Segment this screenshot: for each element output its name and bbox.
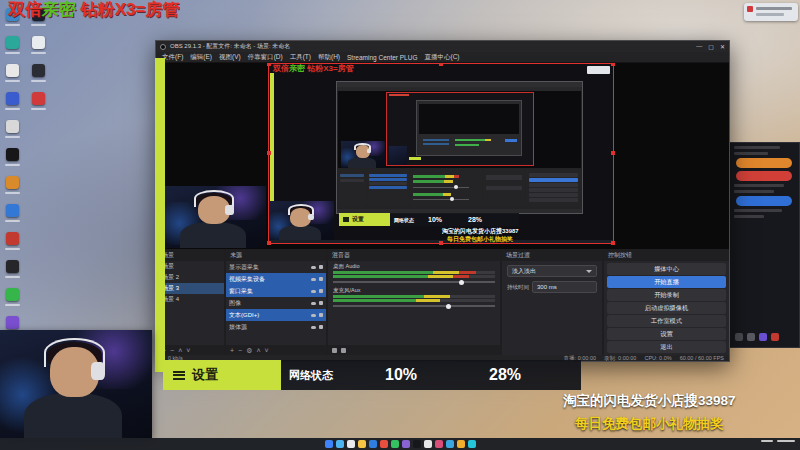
panel-tool-icon[interactable] [735,333,743,341]
lock-icon[interactable] [319,325,323,329]
taskbar-tray[interactable] [761,440,795,442]
scene-item[interactable]: 场景 [158,261,224,272]
desktop-icon[interactable] [6,148,19,161]
selection-handle[interactable] [611,63,615,66]
volume-slider[interactable] [333,281,495,283]
taskbar-app-icon[interactable] [435,440,443,448]
close-icon[interactable]: ✕ [720,43,725,50]
slider-knob[interactable] [446,304,451,309]
visibility-icon[interactable] [311,302,316,305]
visibility-icon[interactable] [311,326,316,329]
mixer-settings-icon[interactable] [341,348,346,353]
menu-file[interactable]: 文件(F) [162,53,183,62]
lock-icon[interactable] [319,313,323,317]
maximize-icon[interactable]: ▢ [708,43,714,50]
source-item[interactable]: 图像 [226,297,326,309]
lock-icon[interactable] [319,265,323,269]
menu-edit[interactable]: 编辑(E) [190,53,212,62]
taskbar-app-icon[interactable] [369,440,377,448]
selection-handle[interactable] [439,63,443,66]
source-item-selected[interactable]: 视频采集设备 [226,273,326,285]
start-streaming-button[interactable]: 开始直播 [607,276,726,288]
taskbar-app-icon[interactable] [347,440,355,448]
webcam-window[interactable] [0,330,152,438]
taskbar-app-icon[interactable] [446,440,454,448]
menu-help[interactable]: 帮助(H) [318,53,340,62]
scene-down-icon[interactable]: ˅ [186,347,190,354]
mini-popup-window[interactable] [744,3,798,21]
scene-up-icon[interactable]: ˄ [178,347,182,354]
source-properties-icon[interactable]: ⚙ [246,347,252,355]
menu-live-center[interactable]: 直播中心(C) [424,53,459,62]
remove-source-icon[interactable]: − [238,347,242,354]
source-item[interactable]: 媒体源 [226,321,326,333]
taskbar-app-icon[interactable] [391,440,399,448]
panel-tool-icon[interactable] [771,333,779,341]
virtual-camera-button[interactable]: 启动虚拟摄像机 [607,302,726,314]
desktop-icon[interactable] [6,316,19,329]
lock-icon[interactable] [319,277,323,281]
red-action-button[interactable] [736,171,792,181]
screen-capture-source[interactable]: 双倍亲密 钻粉X3=房管 [269,64,613,243]
desktop-icon[interactable] [6,204,19,217]
desktop-icon[interactable] [6,288,19,301]
source-item-selected[interactable]: 文本(GDI+) [226,309,326,321]
selection-handle[interactable] [267,241,271,245]
desktop-icon[interactable] [32,36,45,49]
scene-item[interactable]: 场景 2 [158,272,224,283]
menu-tools[interactable]: 工具(T) [290,53,311,62]
desktop-icon[interactable] [6,260,19,273]
start-button-icon[interactable] [325,440,333,448]
desktop-icon[interactable] [32,64,45,77]
obs-preview-canvas[interactable]: 双倍亲密 钻粉X3=房管 [156,63,729,249]
exit-button[interactable]: 退出 [607,341,726,353]
menu-streaming-center[interactable]: Streaming Center PLUG [347,54,417,61]
transition-select[interactable]: 淡入淡出 [507,265,597,277]
minimize-icon[interactable]: — [696,43,702,50]
taskbar-app-icon[interactable] [380,440,388,448]
source-up-icon[interactable]: ˄ [256,347,260,354]
visibility-icon[interactable] [311,290,316,293]
taskbar-app-icon[interactable] [413,440,421,448]
menu-docks[interactable]: 停靠窗口(D) [248,53,283,62]
lock-icon[interactable] [319,289,323,293]
blue-action-button[interactable] [736,196,792,206]
settings-button[interactable]: 设置 [607,328,726,340]
taskbar-app-icon[interactable] [336,440,344,448]
desktop-icon[interactable] [6,176,19,189]
desktop-icon[interactable] [6,92,19,105]
speaker-icon[interactable] [332,348,337,353]
scene-item[interactable]: 场景 4 [158,294,224,305]
panel-tool-icon[interactable] [747,333,755,341]
menu-view[interactable]: 视图(V) [219,53,241,62]
taskbar-app-icon[interactable] [457,440,465,448]
remove-scene-icon[interactable]: − [170,347,174,354]
hamburger-menu-icon[interactable] [173,371,185,380]
desktop-icon[interactable] [6,64,19,77]
slider-knob[interactable] [459,280,464,285]
scene-item-selected[interactable]: 场景 3 [158,283,224,294]
taskbar-app-icon[interactable] [402,440,410,448]
lock-icon[interactable] [319,301,323,305]
obs-titlebar[interactable]: OBS 29.1.3 - 配置文件: 未命名 - 场景: 未命名 — ▢ ✕ [156,41,729,52]
desktop-icon[interactable] [6,232,19,245]
selection-handle[interactable] [267,151,271,155]
selection-handle[interactable] [267,63,271,66]
visibility-icon[interactable] [311,278,316,281]
selection-handle[interactable] [611,151,615,155]
taskbar-app-icon[interactable] [468,440,476,448]
selection-handle[interactable] [439,241,443,245]
visibility-icon[interactable] [311,266,316,269]
panel-tool-icon[interactable] [759,333,767,341]
volume-slider[interactable] [333,305,495,307]
desktop-icon[interactable] [6,120,19,133]
add-source-icon[interactable]: + [230,347,234,354]
overlay-settings-strip[interactable]: 设置 [163,360,281,390]
webcam-source[interactable] [164,186,266,248]
orange-action-button[interactable] [736,158,792,168]
start-recording-button[interactable]: 开始录制 [607,289,726,301]
source-item-selected[interactable]: 窗口采集 [226,285,326,297]
duration-input[interactable]: 300 ms [532,281,597,293]
source-down-icon[interactable]: ˅ [265,347,269,354]
studio-mode-button[interactable]: 工作室模式 [607,315,726,327]
